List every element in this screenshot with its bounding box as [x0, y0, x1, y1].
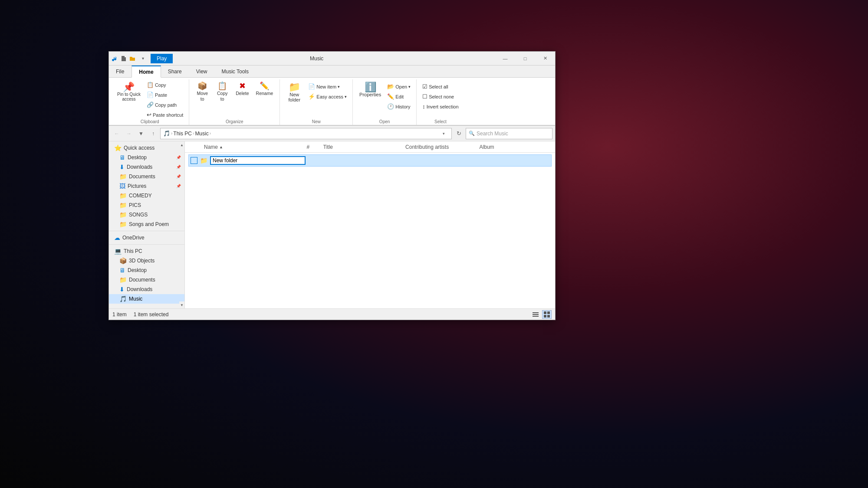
delete-button[interactable]: ✖ Delete	[233, 80, 252, 98]
sidebar-item-3d-objects[interactable]: 📦 3D Objects	[109, 256, 184, 265]
songs-icon: 📁	[119, 211, 127, 218]
new-item-button[interactable]: 📄 New item ▾	[306, 82, 349, 91]
quick-access-icon: ⭐	[114, 144, 122, 151]
file-row[interactable]: 📁	[188, 154, 552, 167]
sidebar-item-desktop-pin[interactable]: 🖥 Desktop 📌	[109, 153, 184, 162]
recent-locations-button[interactable]: ▼	[136, 128, 146, 139]
3d-icon: 📦	[119, 257, 127, 264]
file-explorer-window: ▾ Play Music — □ ✕ File Home Share View …	[108, 51, 556, 320]
details-view-button[interactable]	[531, 310, 540, 319]
column-header-artist[interactable]: Contributing artists	[404, 143, 477, 151]
paste-shortcut-button[interactable]: ↩ Paste shortcut	[145, 110, 185, 119]
tab-home[interactable]: Home	[132, 66, 161, 78]
organize-group: 📦 Move to 📋 Copy to ✖ Delete ✏️ Rename	[189, 79, 280, 125]
sidebar-item-music[interactable]: 🎵 Music	[109, 294, 184, 304]
search-bar[interactable]: 🔍 Search Music	[466, 128, 552, 139]
rename-button[interactable]: ✏️ Rename	[253, 80, 276, 98]
sidebar-item-downloads-pin[interactable]: ⬇ Downloads 📌	[109, 162, 184, 172]
svg-rect-6	[547, 315, 550, 318]
main-area: ▲ ⭐ Quick access 🖥 Desktop 📌 ⬇ Downloads…	[109, 141, 555, 308]
minimize-button[interactable]: —	[495, 52, 515, 66]
forward-button[interactable]: →	[124, 128, 134, 139]
breadcrumb-music[interactable]: Music	[195, 131, 208, 137]
easy-access-dropdown: ▾	[345, 95, 347, 99]
pin-to-quick-button[interactable]: 📌 Pin to Quick access	[114, 80, 144, 104]
sidebar-item-documents[interactable]: 📁 Documents	[109, 275, 184, 285]
tab-music-tools[interactable]: Music Tools	[215, 66, 256, 77]
rename-icon: ✏️	[260, 82, 269, 90]
new-group: 📁 New folder 📄 New item ▾ ⚡ Easy access …	[280, 79, 353, 125]
refresh-button[interactable]: ↻	[454, 128, 464, 139]
sidebar-scroll-down[interactable]: ▼	[179, 301, 184, 308]
copy-path-button[interactable]: 🔗 Copy path	[145, 100, 185, 109]
sidebar-item-songs-poem[interactable]: 📁 Songs and Poem	[109, 219, 184, 229]
maximize-button[interactable]: □	[515, 52, 535, 66]
sidebar-item-songs[interactable]: 📁 SONGS	[109, 210, 184, 219]
new-folder-button[interactable]: 📁 New folder	[283, 80, 305, 105]
svg-rect-1	[533, 314, 539, 315]
close-button[interactable]: ✕	[535, 52, 555, 66]
music-note-icon	[112, 55, 118, 62]
window-controls: — □ ✕	[495, 52, 555, 66]
songs-poem-icon: 📁	[119, 221, 127, 228]
tab-share[interactable]: Share	[161, 66, 189, 77]
select-none-button[interactable]: ☐ Select none	[420, 92, 460, 101]
breadcrumb-this-pc[interactable]: This PC	[173, 131, 192, 137]
back-button[interactable]: ←	[112, 128, 122, 139]
up-button[interactable]: ↑	[148, 128, 158, 139]
tab-view[interactable]: View	[189, 66, 215, 77]
sidebar-item-documents-pin[interactable]: 📁 Documents 📌	[109, 172, 184, 181]
column-header-album[interactable]: Album	[478, 143, 552, 151]
breadcrumb-dropdown[interactable]: ▾	[438, 128, 449, 139]
column-header-hash[interactable]: #	[305, 143, 322, 151]
new-item-icon: 📄	[308, 83, 315, 90]
sidebar-scroll-up[interactable]: ▲	[179, 141, 184, 148]
file-checkbox[interactable]	[191, 157, 197, 164]
edit-icon: ✏️	[387, 93, 394, 100]
move-to-button[interactable]: 📦 Move to	[193, 80, 212, 103]
sidebar-item-this-pc[interactable]: 💻 This PC	[109, 246, 184, 256]
properties-button[interactable]: ℹ️ Properties	[356, 80, 384, 99]
breadcrumb-bar: 🎵 › This PC › Music › ▾	[160, 128, 452, 139]
sidebar-item-onedrive[interactable]: ☁ OneDrive	[109, 233, 184, 242]
paste-button[interactable]: 📄 Paste	[145, 90, 185, 99]
easy-access-button[interactable]: ⚡ Easy access ▾	[306, 92, 349, 101]
properties-icon: ℹ️	[365, 82, 376, 92]
open-icon: 📂	[387, 83, 394, 90]
history-button[interactable]: 🕐 History	[385, 102, 413, 111]
sidebar-item-desktop[interactable]: 🖥 Desktop	[109, 265, 184, 275]
sidebar: ▲ ⭐ Quick access 🖥 Desktop 📌 ⬇ Downloads…	[109, 141, 185, 308]
sidebar-item-comedy[interactable]: 📁 COMEDY	[109, 191, 184, 200]
search-icon: 🔍	[469, 131, 475, 136]
title-bar: ▾ Play Music — □ ✕	[109, 52, 555, 66]
sidebar-divider-1	[109, 231, 184, 231]
copy-to-button[interactable]: 📋 Copy to	[213, 80, 232, 103]
select-all-button[interactable]: ☑ Select all	[420, 82, 460, 91]
ribbon-content: 📌 Pin to Quick access 📋 Copy 📄 Paste	[109, 78, 555, 125]
desktop-2-icon: 🖥	[119, 267, 125, 274]
svg-rect-3	[544, 311, 546, 314]
folder-icon	[129, 55, 136, 62]
column-header-name[interactable]: Name ▲	[202, 143, 305, 151]
file-name-input[interactable]	[210, 156, 306, 165]
open-button[interactable]: 📂 Open ▾	[385, 82, 413, 91]
pin-indicator: 📌	[176, 174, 181, 179]
open-label: Open	[379, 119, 390, 124]
list-view-button[interactable]	[542, 310, 552, 319]
edit-button[interactable]: ✏️ Edit	[385, 92, 413, 101]
copy-button[interactable]: 📋 Copy	[145, 80, 185, 89]
column-header-title[interactable]: Title	[322, 143, 404, 151]
select-none-icon: ☐	[422, 93, 427, 100]
sidebar-item-quick-access[interactable]: ⭐ Quick access	[109, 143, 184, 153]
sidebar-item-pictures-pin[interactable]: 🖼 Pictures 📌	[109, 181, 184, 191]
move-to-icon: 📦	[197, 82, 207, 90]
sidebar-item-pics[interactable]: 📁 PICS	[109, 200, 184, 210]
select-group: ☑ Select all ☐ Select none ↕ Invert sele…	[417, 79, 464, 125]
tab-file[interactable]: File	[109, 66, 132, 77]
nav-bar: ← → ▼ ↑ 🎵 › This PC › Music › ▾ ↻ 🔍 Sear…	[109, 126, 555, 141]
selected-count: 1 item selected	[134, 311, 169, 318]
clipboard-group-items: 📌 Pin to Quick access 📋 Copy 📄 Paste	[114, 79, 185, 119]
paste-shortcut-icon: ↩	[147, 111, 151, 118]
invert-selection-button[interactable]: ↕ Invert selection	[420, 102, 460, 111]
sidebar-item-downloads[interactable]: ⬇ Downloads	[109, 285, 184, 294]
